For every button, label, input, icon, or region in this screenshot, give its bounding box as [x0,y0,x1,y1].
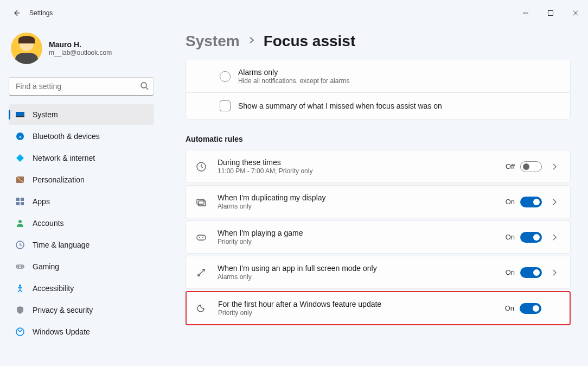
user-email: m__lab@outlook.com [49,49,112,56]
nav-icon [15,197,25,206]
sidebar-item-label: Gaming [33,262,59,271]
nav-icon [15,110,25,119]
rule-title: During these times [218,158,506,167]
rule-state-label: Off [506,162,515,171]
chevron-right-icon [248,36,255,47]
toggle-switch[interactable] [520,197,542,207]
nav-icon [15,175,25,185]
chevron-right-icon [548,234,560,241]
nav-icon [15,240,25,250]
svg-point-20 [19,285,21,287]
rule-sub: Priority only [218,238,506,245]
rule-row[interactable]: When I'm playing a gamePriority onlyOn [186,220,571,254]
user-name: Mauro H. [49,40,112,49]
sidebar-item-windows-update[interactable]: Windows Update [9,321,154,342]
maximize-button[interactable] [538,4,563,22]
nav-icon [15,262,25,272]
window-controls [513,4,588,22]
toggle-switch[interactable] [520,267,542,278]
svg-rect-25 [197,235,206,240]
rule-icon [196,197,207,207]
sidebar-item-label: Bluetooth & devices [33,132,100,141]
rule-title: When I'm playing a game [218,229,506,237]
checkbox-icon[interactable] [220,100,231,111]
rule-state-label: On [505,304,514,312]
toggle-switch[interactable] [520,232,542,243]
sidebar-item-label: Accessibility [33,284,74,293]
sidebar-item-label: Network & internet [33,154,95,162]
sidebar-item-label: Apps [33,197,50,206]
rule-row[interactable]: During these times11:00 PM - 7:00 AM; Pr… [186,150,571,183]
titlebar: Settings [0,0,588,26]
breadcrumb: System Focus assist [186,33,571,50]
nav-icon [15,327,25,337]
back-arrow-icon [12,9,21,17]
option-title: Show a summary of what I missed when foc… [238,102,560,110]
chevron-right-icon [548,163,560,171]
maximize-icon [548,10,553,16]
toggle-switch[interactable] [520,303,541,314]
svg-line-5 [146,87,148,90]
sidebar-item-time-language[interactable]: Time & language [9,235,154,255]
sidebar-item-personalization[interactable]: Personalization [9,169,154,190]
svg-rect-7 [16,116,24,117]
nav-icon [15,283,25,293]
sidebar-item-system[interactable]: System [9,104,154,125]
svg-rect-12 [21,198,24,201]
rule-sub: Alarms only [218,203,506,210]
option-title: Alarms only [238,68,560,77]
minimize-button[interactable] [513,4,538,22]
nav-icon [15,153,25,163]
breadcrumb-current: Focus assist [264,33,356,50]
svg-text:⁎: ⁎ [19,134,22,139]
svg-rect-14 [21,202,24,205]
nav-list: System⁎Bluetooth & devicesNetwork & inte… [9,104,154,342]
minimize-icon [523,10,528,16]
option-summary-row[interactable]: Show a summary of what I missed when foc… [186,93,570,119]
sidebar-item-accounts[interactable]: Accounts [9,213,154,234]
rule-state-label: On [506,198,515,206]
rule-icon [196,232,207,243]
sidebar: Mauro H. m__lab@outlook.com System⁎Bluet… [0,26,163,366]
svg-point-18 [21,266,23,268]
sidebar-item-label: Time & language [33,241,90,249]
rule-title: When I'm duplicating my display [218,193,506,202]
rule-row[interactable]: When I'm using an app in full screen mod… [186,256,571,289]
search-box [9,77,154,96]
back-button[interactable] [7,3,26,23]
radio-icon[interactable] [220,71,231,82]
app-title: Settings [29,9,53,17]
option-alarms-only[interactable]: Alarms only Hide all notifications, exce… [186,60,570,93]
rule-sub: Priority only [218,309,505,317]
rule-icon [196,303,207,314]
svg-rect-13 [16,202,20,205]
breadcrumb-parent[interactable]: System [186,33,240,50]
rule-row[interactable]: When I'm duplicating my displayAlarms on… [186,185,571,218]
avatar [11,33,42,64]
svg-rect-24 [199,201,206,206]
svg-point-27 [202,237,203,238]
sidebar-item-gaming[interactable]: Gaming [9,256,154,277]
search-icon [140,81,149,92]
rule-state-label: On [506,233,515,241]
rule-row[interactable]: For the first hour after a Windows featu… [186,291,571,325]
rule-state-label: On [506,268,515,276]
sidebar-item-label: System [33,110,58,119]
chevron-right-icon [548,198,560,206]
section-header: Automatic rules [186,135,571,143]
user-card[interactable]: Mauro H. m__lab@outlook.com [9,30,154,73]
sidebar-item-label: Windows Update [33,327,90,336]
search-input[interactable] [9,77,154,96]
sidebar-item-network-internet[interactable]: Network & internet [9,148,154,168]
toggle-switch[interactable] [520,161,542,172]
nav-icon: ⁎ [15,131,25,141]
sidebar-item-privacy-security[interactable]: Privacy & security [9,300,154,320]
sidebar-item-accessibility[interactable]: Accessibility [9,278,154,299]
sidebar-item-bluetooth-devices[interactable]: ⁎Bluetooth & devices [9,126,154,147]
svg-point-17 [17,266,20,268]
close-button[interactable] [563,4,588,22]
svg-point-26 [199,237,200,238]
chevron-right-icon [548,269,560,276]
sidebar-item-apps[interactable]: Apps [9,191,154,212]
rule-title: For the first hour after a Windows featu… [218,300,505,308]
